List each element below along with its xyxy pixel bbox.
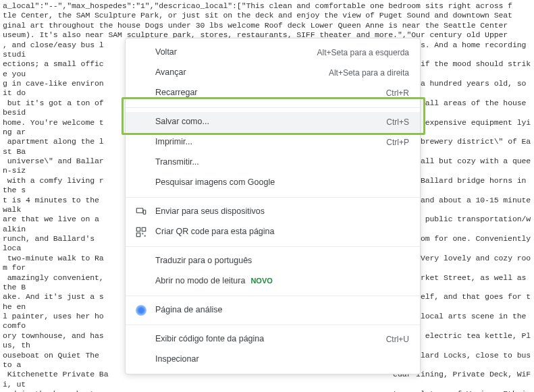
menu-shortcut: Alt+Seta para a esquerda (317, 48, 409, 58)
menu-label: Exibir código fonte da página (155, 334, 386, 345)
menu-forward[interactable]: Avançar Alt+Seta para a direita (126, 63, 420, 83)
menu-translate[interactable]: Traduzir para o português (126, 251, 420, 271)
menu-separator (126, 107, 420, 108)
menu-cast[interactable]: Transmitir... (126, 152, 420, 173)
menu-separator (126, 325, 420, 325)
menu-label: Inspecionar (155, 354, 409, 365)
menu-label: Pesquisar imagens com Google (155, 177, 409, 188)
menu-shortcut: Alt+Seta para a direita (329, 68, 409, 78)
svg-rect-6 (144, 235, 146, 237)
menu-label: Recarregar (155, 88, 386, 99)
svg-rect-3 (142, 227, 145, 231)
svg-rect-0 (136, 208, 142, 213)
menu-reader-mode[interactable]: Abrir no modo de leituraNOVO (126, 271, 420, 291)
menu-label: Abrir no modo de leituraNOVO (155, 276, 409, 287)
svg-rect-5 (142, 233, 143, 234)
svg-rect-1 (143, 210, 145, 214)
menu-label: Enviar para seus dispositivos (155, 206, 409, 217)
svg-rect-4 (136, 233, 140, 236)
menu-label: Transmitir... (155, 157, 409, 168)
menu-label: Avançar (155, 67, 329, 78)
menu-label: Traduzir para o português (155, 256, 409, 267)
menu-inspect[interactable]: Inspecionar (126, 349, 420, 370)
menu-separator (126, 197, 420, 198)
menu-label: Página de análise (155, 305, 409, 316)
menu-label: Imprimir... (155, 137, 386, 148)
novo-badge: NOVO (250, 277, 272, 286)
menu-reload[interactable]: Recarregar Ctrl+R (126, 83, 420, 103)
menu-shortcut: Ctrl+U (386, 335, 409, 345)
menu-create-qr[interactable]: Criar QR code para esta página (126, 222, 420, 242)
menu-search-images[interactable]: Pesquisar imagens com Google (126, 173, 420, 193)
menu-view-source[interactable]: Exibir código fonte da página Ctrl+U (126, 329, 420, 349)
analysis-icon (135, 304, 147, 316)
menu-label: Criar QR code para esta página (155, 227, 409, 237)
menu-shortcut: Ctrl+P (386, 138, 409, 148)
menu-save-as[interactable]: Salvar como... Ctrl+S (126, 112, 420, 132)
menu-separator (126, 296, 420, 296)
menu-shortcut: Ctrl+S (386, 117, 409, 128)
menu-send-to-devices[interactable]: Enviar para seus dispositivos (126, 202, 420, 222)
menu-analysis-page[interactable]: Página de análise (126, 300, 420, 320)
menu-separator (126, 246, 420, 247)
menu-label: Voltar (155, 47, 317, 58)
menu-label: Salvar como... (155, 117, 386, 128)
context-menu: Voltar Alt+Seta para a esquerda Avançar … (125, 38, 421, 374)
menu-shortcut: Ctrl+R (386, 88, 409, 99)
menu-print[interactable]: Imprimir... Ctrl+P (126, 132, 420, 152)
devices-icon (135, 206, 147, 218)
menu-back[interactable]: Voltar Alt+Seta para a esquerda (126, 43, 420, 63)
qr-icon (135, 226, 147, 238)
svg-rect-2 (136, 227, 140, 231)
